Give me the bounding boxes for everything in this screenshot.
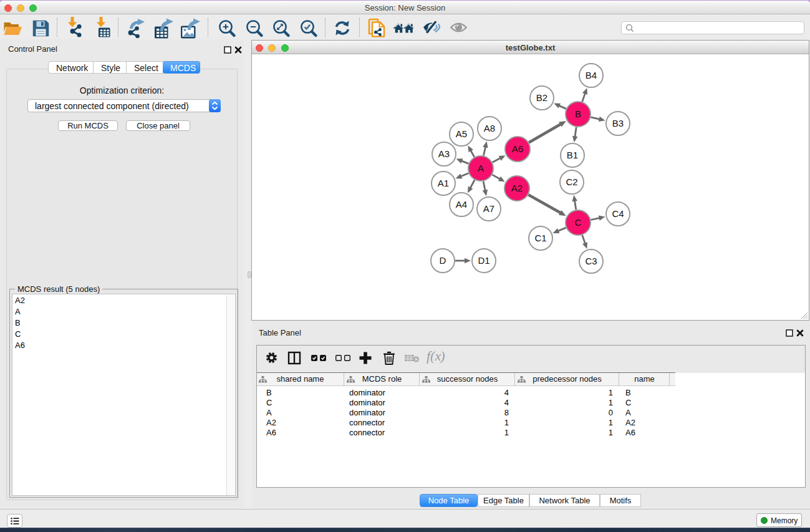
svg-text:C1: C1: [534, 233, 546, 243]
svg-text:A7: A7: [483, 203, 494, 214]
svg-text:C4: C4: [612, 208, 624, 219]
svg-text:A1: A1: [438, 178, 449, 188]
svg-text:C: C: [575, 217, 582, 228]
svg-text:D1: D1: [478, 255, 489, 266]
svg-text:B2: B2: [536, 92, 547, 103]
svg-text:B1: B1: [567, 150, 578, 160]
svg-text:A: A: [478, 163, 484, 173]
svg-text:B: B: [575, 109, 581, 119]
svg-text:A4: A4: [456, 199, 467, 210]
svg-text:A8: A8: [484, 123, 495, 133]
svg-text:C3: C3: [585, 256, 597, 266]
svg-text:A5: A5: [456, 128, 467, 139]
svg-text:A6: A6: [512, 143, 523, 154]
svg-text:B3: B3: [612, 118, 624, 128]
svg-text:A2: A2: [511, 183, 523, 193]
svg-text:D: D: [440, 255, 446, 266]
svg-text:A3: A3: [438, 148, 450, 159]
svg-text:C2: C2: [566, 177, 577, 187]
svg-text:B4: B4: [586, 70, 597, 80]
